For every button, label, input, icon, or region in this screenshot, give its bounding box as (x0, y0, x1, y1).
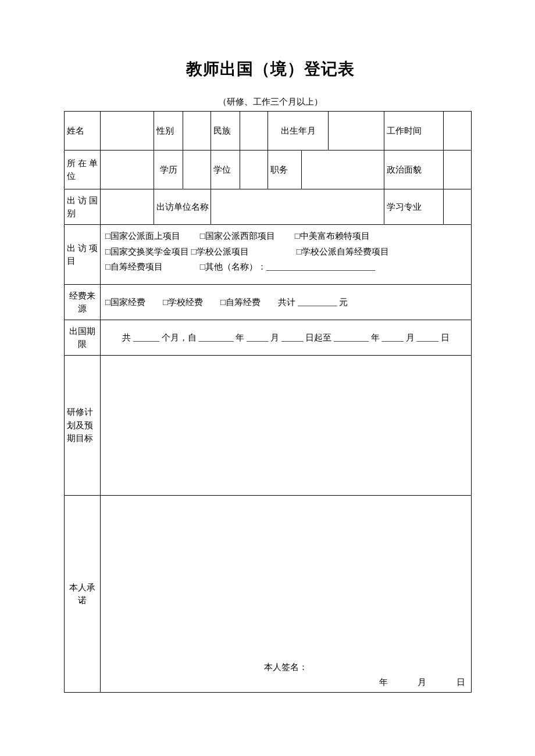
label-unit: 所在单位 (65, 151, 101, 189)
label-commitment: 本人承诺 (65, 496, 101, 693)
label-duration: 出国期限 (65, 320, 101, 356)
field-ethnicity[interactable] (240, 112, 268, 151)
label-country: 出访国别 (65, 189, 101, 225)
page-title: 教师出国（境）登记表 (64, 58, 477, 80)
label-gender: 性别 (154, 112, 183, 151)
checkbox-opt-d[interactable]: □国家交换奖学金项目 (105, 247, 189, 256)
label-visit-unit: 出访单位名称 (154, 189, 211, 225)
field-political[interactable] (444, 151, 472, 189)
checkbox-opt-a[interactable]: □国家公派面上项目 (105, 231, 180, 241)
field-position[interactable] (302, 151, 384, 189)
label-birth: 出生年月 (268, 112, 329, 151)
field-birth[interactable] (329, 112, 384, 151)
field-major[interactable] (444, 189, 472, 225)
checkbox-opt-c[interactable]: □中美富布赖特项目 (295, 231, 370, 241)
label-fund-source: 经费来源 (65, 285, 101, 320)
field-name[interactable] (101, 112, 154, 151)
field-project-options[interactable]: □国家公派面上项目 □国家公派西部项目 □中美富布赖特项目 □国家交换奖学金项目… (101, 225, 472, 285)
label-name: 姓名 (65, 112, 101, 151)
signature-label: 本人签名： (101, 661, 471, 674)
field-gender[interactable] (183, 112, 211, 151)
label-ethnicity: 民族 (211, 112, 240, 151)
field-fund-source[interactable]: □国家经费 □学校经费 □自筹经费 共计 _________ 元 (101, 285, 472, 320)
field-country[interactable] (101, 189, 154, 225)
field-commitment[interactable]: 本人签名： 年 月 日 (101, 496, 472, 693)
field-unit[interactable] (101, 151, 154, 189)
checkbox-opt-e[interactable]: □学校公派项目 (191, 247, 249, 256)
label-political: 政治面貌 (384, 151, 444, 189)
label-major: 学习专业 (384, 189, 444, 225)
checkbox-opt-g[interactable]: □自筹经费项目 (105, 262, 163, 271)
checkbox-opt-h[interactable]: □其他（名称）：_________________________ (200, 262, 376, 271)
field-work-time[interactable] (444, 112, 472, 151)
label-degree: 学位 (211, 151, 240, 189)
field-education[interactable] (183, 151, 211, 189)
field-plan[interactable] (101, 356, 472, 496)
field-degree[interactable] (240, 151, 268, 189)
date-line: 年 月 日 (351, 676, 466, 689)
label-position: 职务 (268, 151, 302, 189)
page-subtitle: （研修、工作三个月以上） (64, 96, 477, 108)
label-work-time: 工作时间 (384, 112, 444, 151)
field-visit-unit[interactable] (211, 189, 384, 225)
label-plan: 研修计划及预期目标 (65, 356, 101, 496)
checkbox-opt-b[interactable]: □国家公派西部项目 (200, 231, 275, 241)
checkbox-opt-f[interactable]: □学校公派自筹经费项目 (297, 247, 389, 256)
field-duration[interactable]: 共 ______ 个月，自 ________ 年 _____ 月 _____ 日… (101, 320, 472, 356)
label-project: 出访项目 (65, 225, 101, 285)
label-education: 学历 (154, 151, 183, 189)
registration-table: 姓名 性别 民族 出生年月 工作时间 所在单位 学历 学位 职务 政治面貌 出访… (64, 111, 472, 693)
